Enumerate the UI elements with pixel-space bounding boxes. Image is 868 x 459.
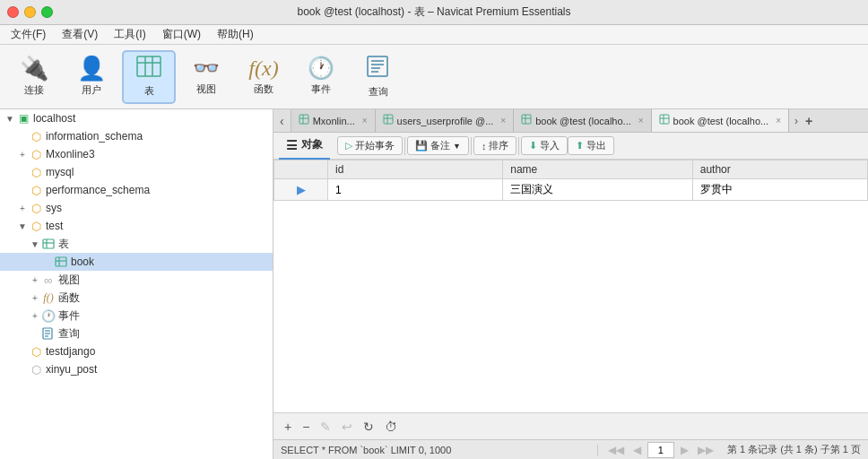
menu-help[interactable]: 帮助(H)	[210, 25, 261, 44]
menu-file[interactable]: 文件(F)	[4, 25, 53, 44]
col-header-name[interactable]: name	[503, 160, 693, 179]
toggle-icon: ▼	[29, 239, 41, 249]
hamburger-icon: ☰	[286, 138, 298, 152]
minimize-button[interactable]	[24, 6, 36, 18]
import-label: 导入	[540, 139, 560, 152]
maximize-button[interactable]	[41, 6, 53, 18]
backup-btn[interactable]: 💾 备注 ▼	[407, 136, 469, 155]
server-icon: ▣	[16, 111, 30, 126]
sort-label: 排序	[489, 139, 508, 152]
sidebar-item-xinyu-post[interactable]: ⬡ xinyu_post	[0, 360, 273, 378]
toggle-icon: +	[29, 275, 41, 285]
col-header-id[interactable]: id	[328, 160, 503, 179]
add-row-button[interactable]: +	[281, 418, 295, 436]
sidebar-label-queries: 查询	[58, 326, 80, 342]
db-icon: ⬡	[29, 129, 43, 143]
svg-rect-28	[660, 115, 669, 124]
cell-id[interactable]: 1	[328, 179, 503, 201]
close-button[interactable]	[7, 6, 19, 18]
toggle-icon: +	[29, 293, 41, 303]
sidebar-item-testdjango[interactable]: ⬡ testdjango	[0, 342, 273, 360]
toolbar-query[interactable]: 查询	[352, 50, 405, 104]
sidebar-item-sys[interactable]: + ⬡ sys	[0, 199, 273, 217]
sidebar-item-book[interactable]: book	[0, 253, 273, 271]
tab-book2-label: book @test (localho...	[673, 116, 769, 126]
svg-rect-12	[56, 257, 66, 266]
export-btn[interactable]: ⬆ 导出	[568, 136, 614, 155]
sidebar-item-queries-folder[interactable]: 查询	[0, 325, 273, 342]
edit-row-button: ✎	[317, 418, 334, 436]
sub-toolbar-sep2	[471, 137, 472, 155]
page-number-input[interactable]	[647, 442, 674, 458]
svg-rect-19	[299, 115, 308, 124]
tab-mxonline-close[interactable]: ×	[362, 116, 368, 126]
sort-icon: ↕	[482, 141, 487, 152]
toolbar-user[interactable]: 👤 用户	[65, 50, 118, 104]
page-prev-btn[interactable]: ◀	[630, 443, 644, 457]
tab-book1[interactable]: book @test (localho... ×	[514, 109, 651, 132]
connect-icon: 🔌	[20, 56, 48, 80]
main-layout: ▼ ▣ localhost ⬡ information_schema + ⬡ M…	[0, 109, 868, 459]
toolbar-event[interactable]: 🕐 事件	[294, 50, 348, 104]
tab-book2[interactable]: book @test (localho... ×	[652, 109, 789, 132]
sidebar-item-views-folder[interactable]: + ∞ 视图	[0, 271, 273, 289]
sidebar-item-localhost[interactable]: ▼ ▣ localhost	[0, 109, 273, 127]
menu-tools[interactable]: 工具(I)	[107, 25, 152, 44]
page-next-btn[interactable]: ▶	[678, 443, 691, 457]
tab-nav-prev[interactable]: ‹	[273, 109, 291, 132]
sidebar-item-functions-folder[interactable]: + f() 函数	[0, 289, 273, 307]
sidebar-item-information-schema[interactable]: ⬡ information_schema	[0, 127, 273, 145]
row-num-header	[274, 160, 328, 179]
sort-btn[interactable]: ↕ 排序	[473, 136, 517, 155]
sidebar-item-tables-folder[interactable]: ▼ 表	[0, 235, 273, 253]
sidebar-item-mysql[interactable]: ⬡ mysql	[0, 163, 273, 181]
view-icon: 👓	[193, 57, 220, 79]
begin-transaction-btn[interactable]: ▷ 开始事务	[337, 136, 403, 155]
toolbar-view[interactable]: 👓 视图	[179, 50, 233, 104]
sql-text: SELECT * FROM `book` LIMIT 0, 1000	[281, 445, 451, 455]
cell-author[interactable]: 罗贯中	[692, 179, 867, 201]
clock-button[interactable]: ⏱	[381, 418, 401, 436]
toolbar-table[interactable]: 表	[122, 50, 176, 104]
sidebar-item-events-folder[interactable]: + 🕐 事件	[0, 307, 273, 325]
menubar: 文件(F) 查看(V) 工具(I) 窗口(W) 帮助(H)	[0, 25, 868, 45]
toggle-icon: ▼	[16, 221, 29, 231]
tab-users-userprofile[interactable]: users_userprofile @... ×	[376, 109, 515, 132]
window-title: book @test (localhost) - 表 – Navicat Pre…	[298, 4, 571, 20]
sidebar-item-test[interactable]: ▼ ⬡ test	[0, 217, 273, 235]
toolbar-function[interactable]: f(x) 函数	[237, 50, 291, 104]
table-row[interactable]: ▶ 1 三国演义 罗贯中	[274, 179, 868, 201]
sql-status: SELECT * FROM `book` LIMIT 0, 1000	[273, 445, 598, 455]
object-tab[interactable]: ☰ 对象	[279, 133, 330, 160]
refresh-button[interactable]: ↻	[360, 418, 378, 436]
menu-view[interactable]: 查看(V)	[55, 25, 105, 44]
sidebar-label-information-schema: information_schema	[46, 130, 143, 143]
db-icon: ⬡	[29, 219, 43, 233]
page-first-btn[interactable]: ◀◀	[605, 443, 627, 457]
remove-row-button[interactable]: −	[299, 418, 313, 436]
toolbar-connect[interactable]: 🔌 连接	[7, 50, 61, 104]
tab-more-icon[interactable]: ›	[794, 115, 798, 127]
tab-book1-close[interactable]: ×	[638, 116, 644, 126]
menu-window[interactable]: 窗口(W)	[155, 25, 208, 44]
tab-add-icon[interactable]: +	[805, 114, 812, 128]
user-icon: 👤	[77, 56, 106, 80]
sidebar-label-book: book	[71, 255, 94, 268]
tab-book2-close[interactable]: ×	[776, 116, 781, 126]
sidebar-item-performance-schema[interactable]: ⬡ performance_schema	[0, 181, 273, 199]
row-indicator: ▶	[274, 179, 328, 201]
col-header-author[interactable]: author	[692, 160, 867, 179]
backup-dropdown-icon: ▼	[453, 142, 461, 151]
tab-mxonline[interactable]: Mxonlin... ×	[291, 109, 376, 132]
data-table: id name author ▶ 1 三国演义 罗贯中	[273, 160, 868, 201]
sidebar-label-events: 事件	[58, 308, 80, 324]
query-icon	[366, 56, 391, 82]
import-btn[interactable]: ⬇ 导入	[521, 136, 568, 155]
db-icon: ⬡	[29, 183, 43, 197]
event-label: 事件	[311, 82, 331, 96]
page-last-btn[interactable]: ▶▶	[695, 443, 716, 457]
tab-users-userprofile-close[interactable]: ×	[500, 116, 506, 126]
sidebar-item-mxonline3[interactable]: + ⬡ Mxonline3	[0, 145, 273, 163]
cell-name[interactable]: 三国演义	[503, 179, 693, 201]
tab-prev-icon[interactable]: ‹	[277, 114, 287, 128]
